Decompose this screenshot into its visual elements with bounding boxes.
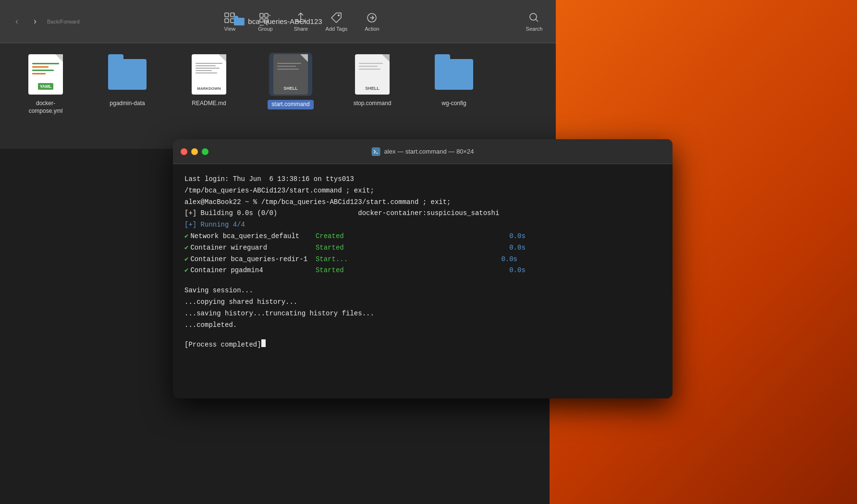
- view-button[interactable]: View: [218, 12, 242, 32]
- line-4-text: [+] Building 0.0s (0/0) docker-container…: [184, 208, 499, 219]
- line-7-label: Container wireguard: [190, 242, 315, 254]
- line-6-space: [344, 231, 509, 242]
- yaml-badge: YAML: [38, 83, 54, 90]
- finder-toolbar: ‹ › Back/Forward View: [0, 0, 556, 43]
- check-icon-2: ✔: [184, 242, 188, 254]
- svg-rect-5: [265, 13, 268, 17]
- md-line-3: [196, 68, 220, 69]
- search-button[interactable]: Search: [522, 12, 546, 32]
- terminal-line-6: ✔ Network bca_queries_default Created 0.…: [184, 231, 661, 242]
- share-label: Share: [294, 26, 308, 32]
- finder-window: ‹ › Back/Forward View: [0, 0, 556, 149]
- svg-point-8: [338, 14, 340, 16]
- terminal-cursor: [261, 339, 266, 347]
- svg-rect-7: [265, 19, 268, 22]
- folder-pgadmin-wrap: [106, 53, 149, 96]
- check-icon-4: ✔: [184, 265, 188, 276]
- line-2-text: /tmp/bca_queries-ABCid123/start.command …: [184, 185, 374, 197]
- terminal-line-3: alex@MacBook22 ~ % /tmp/bca_queries-ABCi…: [184, 197, 661, 208]
- forward-arrow[interactable]: ›: [28, 14, 42, 29]
- line-3-text: alex@MacBook22 ~ % /tmp/bca_queries-ABCi…: [184, 197, 451, 208]
- file-label-docker-compose: docker-compose.yml: [19, 100, 72, 115]
- shell-line-1: [277, 63, 301, 64]
- svg-rect-2: [225, 19, 229, 23]
- terminal-line-10: Saving session...: [184, 285, 661, 297]
- share-button[interactable]: Share: [289, 12, 313, 32]
- action-button[interactable]: Action: [360, 12, 384, 32]
- toolbar-center: View Group Share: [94, 12, 508, 32]
- line-5-text: [+] Running 4/4: [184, 219, 245, 231]
- markdown-file-icon: MARKDOWN: [192, 54, 226, 95]
- check-icon-1: ✔: [184, 231, 188, 242]
- shell-stop-wrap: SHELL: [351, 53, 394, 96]
- back-arrow[interactable]: ‹: [10, 14, 24, 29]
- terminal-window: alex — start.command — 80×24 Last login:…: [173, 139, 673, 398]
- nav-buttons: ‹ ›: [10, 14, 42, 29]
- back-forward-label: Back/Forward: [47, 19, 80, 24]
- shell-stop-lines: [359, 63, 386, 72]
- folder-pgadmin-icon: [108, 59, 147, 90]
- md-icon-wrap: MARKDOWN: [187, 53, 231, 96]
- svg-rect-4: [260, 13, 263, 17]
- terminal-app-icon: [372, 147, 380, 156]
- close-button[interactable]: [181, 148, 187, 155]
- terminal-line-12: ...saving history...truncating history f…: [184, 308, 661, 320]
- yaml-line-3: [32, 70, 54, 71]
- line-7-time: 0.0s: [509, 242, 526, 254]
- file-label-pgadmin: pgadmin-data: [110, 100, 145, 108]
- file-docker-compose[interactable]: YAML docker-compose.yml: [19, 53, 72, 115]
- svg-rect-6: [260, 19, 263, 22]
- terminal-line-7: ✔ Container wireguard Started 0.0s: [184, 242, 661, 254]
- group-label: Group: [258, 26, 273, 32]
- line-13-text: ...completed.: [184, 320, 237, 331]
- shell-start-wrap: SHELL: [269, 53, 312, 96]
- md-badge: MARKDOWN: [197, 86, 220, 91]
- terminal-line-9: ✔ Container pgadmin4 Started 0.0s: [184, 265, 661, 276]
- minimize-button[interactable]: [191, 148, 198, 155]
- file-pgadmin-data[interactable]: pgadmin-data: [101, 53, 154, 108]
- yaml-file-icon: YAML: [28, 54, 63, 95]
- view-label: View: [224, 26, 236, 32]
- terminal-line-8: ✔ Container bca_queries-redir-1 Start...…: [184, 254, 661, 265]
- yaml-line-2: [32, 66, 49, 68]
- line-8-status: Start...: [316, 254, 348, 265]
- file-stop-command[interactable]: SHELL stop.command: [346, 53, 399, 108]
- action-label: Action: [365, 26, 380, 32]
- shell-stop-line-1: [359, 63, 383, 64]
- terminal-title-area: alex — start.command — 80×24: [372, 147, 474, 156]
- file-label-start-command: start.command: [268, 100, 313, 109]
- line-14-text: [Process completed]: [184, 339, 261, 351]
- file-label-wg-config: wg-config: [441, 100, 466, 108]
- terminal-body[interactable]: Last login: Thu Jun 6 13:38:16 on ttys01…: [173, 164, 673, 398]
- file-wg-config[interactable]: wg-config: [428, 53, 480, 108]
- md-line-2: [196, 65, 216, 66]
- search-label: Search: [526, 26, 543, 32]
- line-7-space: [344, 242, 509, 254]
- file-readme[interactable]: MARKDOWN README.md: [183, 53, 235, 108]
- add-tags-button[interactable]: Add Tags: [324, 12, 348, 32]
- line-8-time: 0.0s: [501, 254, 517, 265]
- line-9-status: Started: [316, 265, 344, 276]
- terminal-line-13: ...completed.: [184, 320, 661, 331]
- group-button[interactable]: Group: [253, 12, 277, 32]
- terminal-spacer-1: [184, 276, 661, 285]
- folder-wg-icon: [435, 59, 473, 90]
- yaml-icon-wrap: YAML: [24, 53, 67, 96]
- terminal-title-text: alex — start.command — 80×24: [384, 148, 474, 155]
- md-line-1: [196, 63, 222, 64]
- shell-stop-line-2: [359, 66, 378, 67]
- svg-rect-0: [225, 13, 229, 17]
- terminal-line-5: [+] Running 4/4: [184, 219, 661, 231]
- terminal-spacer-2: [184, 331, 661, 339]
- maximize-button[interactable]: [202, 148, 208, 155]
- shell-start-lines: [277, 63, 304, 72]
- file-start-command[interactable]: SHELL start.command: [264, 53, 317, 109]
- folder-wg-wrap: [432, 53, 476, 96]
- shell-line-2: [277, 66, 296, 67]
- md-line-5: [196, 72, 217, 73]
- line-6-status: Created: [316, 231, 344, 242]
- shell-line-3: [277, 69, 299, 70]
- shell-stop-icon: SHELL: [355, 54, 390, 95]
- terminal-line-2: /tmp/bca_queries-ABCid123/start.command …: [184, 185, 661, 197]
- finder-files-area: YAML docker-compose.yml pgadmin-data: [0, 43, 556, 124]
